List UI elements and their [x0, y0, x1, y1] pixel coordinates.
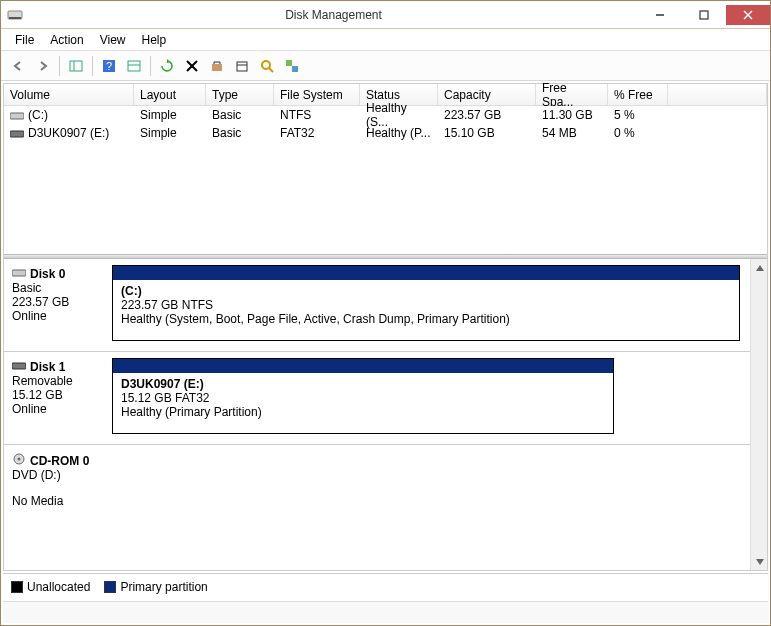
menu-view[interactable]: View — [92, 31, 134, 49]
app-icon — [7, 7, 23, 23]
svg-rect-20 — [292, 66, 298, 72]
toolbar: ? — [1, 51, 770, 81]
close-button[interactable] — [726, 5, 770, 25]
graphical-view: Disk 0 Basic 223.57 GB Online (C:) 223.5… — [4, 259, 767, 570]
disk-management-window: Disk Management File Action View Help ? … — [0, 0, 771, 626]
col-volume[interactable]: Volume — [4, 84, 134, 105]
col-filesystem[interactable]: File System — [274, 84, 360, 105]
delete-button[interactable] — [181, 55, 203, 77]
disk-row-2[interactable]: CD-ROM 0 DVD (D:) No Media — [4, 444, 750, 524]
menu-file[interactable]: File — [7, 31, 42, 49]
volume-row[interactable]: D3UK0907 (E:) Simple Basic FAT32 Healthy… — [4, 124, 767, 142]
partition-c[interactable]: (C:) 223.57 GB NTFS Healthy (System, Boo… — [112, 265, 740, 341]
statusbar — [3, 601, 768, 623]
cdrom-icon — [12, 453, 26, 468]
menubar: File Action View Help — [1, 29, 770, 51]
drive-icon — [10, 110, 24, 120]
svg-rect-21 — [10, 113, 24, 119]
volume-rows[interactable]: (C:) Simple Basic NTFS Healthy (S... 223… — [4, 106, 767, 253]
svg-rect-15 — [237, 62, 247, 71]
svg-rect-1 — [9, 17, 21, 19]
svg-rect-19 — [286, 60, 292, 66]
vertical-scrollbar[interactable] — [750, 259, 767, 570]
partition-stripe — [113, 359, 613, 373]
volume-list: Volume Layout Type File System Status Ca… — [4, 84, 767, 254]
svg-text:?: ? — [106, 60, 112, 72]
disk-info: Disk 0 Basic 223.57 GB Online — [4, 259, 112, 351]
disk-icon — [12, 267, 26, 281]
col-pct-free[interactable]: % Free — [608, 84, 668, 105]
scroll-up-button[interactable] — [752, 259, 767, 276]
disk-info: Disk 1 Removable 15.12 GB Online — [4, 352, 112, 444]
svg-rect-10 — [128, 61, 140, 71]
volume-name: D3UK0907 (E:) — [28, 126, 109, 140]
svg-point-17 — [262, 61, 270, 69]
svg-rect-6 — [70, 61, 82, 71]
svg-rect-14 — [212, 64, 222, 71]
titlebar[interactable]: Disk Management — [1, 1, 770, 29]
legend: Unallocated Primary partition — [3, 573, 768, 599]
disk-info: CD-ROM 0 DVD (D:) No Media — [4, 445, 112, 524]
col-free[interactable]: Free Spa... — [536, 84, 608, 105]
menu-action[interactable]: Action — [42, 31, 91, 49]
help-button[interactable]: ? — [98, 55, 120, 77]
col-layout[interactable]: Layout — [134, 84, 206, 105]
minimize-button[interactable] — [638, 5, 682, 25]
drive-icon — [10, 128, 24, 138]
menu-help[interactable]: Help — [134, 31, 175, 49]
content-frame: Volume Layout Type File System Status Ca… — [3, 83, 768, 571]
more-button[interactable] — [281, 55, 303, 77]
col-spacer — [668, 84, 767, 105]
maximize-button[interactable] — [682, 5, 726, 25]
svg-point-26 — [18, 458, 21, 461]
show-hide-tree-button[interactable] — [65, 55, 87, 77]
window-title: Disk Management — [29, 8, 638, 22]
col-type[interactable]: Type — [206, 84, 274, 105]
volume-row[interactable]: (C:) Simple Basic NTFS Healthy (S... 223… — [4, 106, 767, 124]
partition-e[interactable]: D3UK0907 (E:) 15.12 GB FAT32 Healthy (Pr… — [112, 358, 614, 434]
properties-button[interactable] — [123, 55, 145, 77]
refresh-button[interactable] — [156, 55, 178, 77]
removable-icon — [12, 360, 26, 374]
settings-button[interactable] — [206, 55, 228, 77]
svg-rect-23 — [12, 270, 26, 276]
disk-row-1[interactable]: Disk 1 Removable 15.12 GB Online D3UK090… — [4, 351, 750, 444]
svg-rect-3 — [700, 11, 708, 19]
legend-unallocated-swatch — [11, 581, 23, 593]
col-capacity[interactable]: Capacity — [438, 84, 536, 105]
partition-stripe — [113, 266, 739, 280]
scroll-down-button[interactable] — [752, 553, 767, 570]
back-button[interactable] — [7, 55, 29, 77]
svg-rect-22 — [10, 131, 24, 137]
explore-button[interactable] — [256, 55, 278, 77]
action-button[interactable] — [231, 55, 253, 77]
svg-line-18 — [269, 68, 273, 72]
legend-primary-swatch — [104, 581, 116, 593]
volume-name: (C:) — [28, 108, 48, 122]
disk-row-0[interactable]: Disk 0 Basic 223.57 GB Online (C:) 223.5… — [4, 259, 750, 351]
svg-rect-24 — [12, 363, 26, 369]
forward-button[interactable] — [32, 55, 54, 77]
